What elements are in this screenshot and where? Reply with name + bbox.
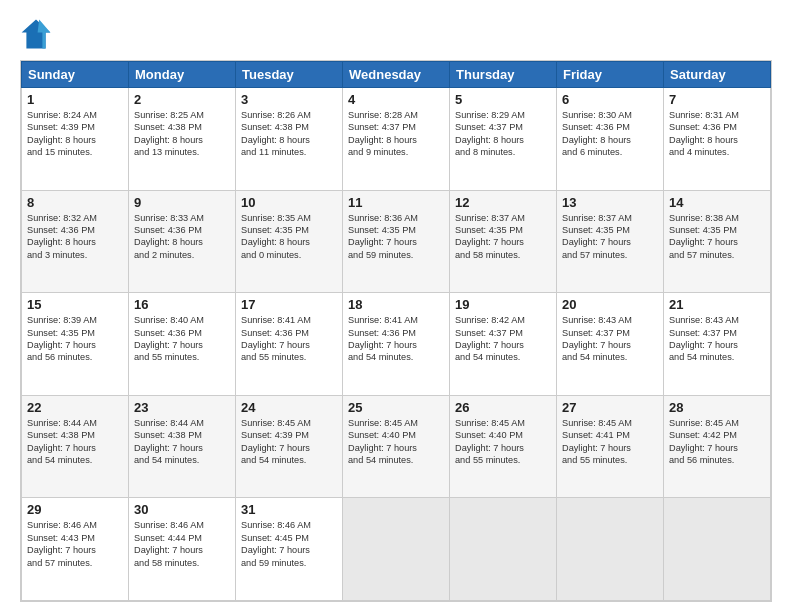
- dow-header-friday: Friday: [557, 62, 664, 88]
- calendar-cell: 9Sunrise: 8:33 AMSunset: 4:36 PMDaylight…: [129, 190, 236, 293]
- calendar-cell: 10Sunrise: 8:35 AMSunset: 4:35 PMDayligh…: [236, 190, 343, 293]
- day-info: Sunrise: 8:39 AMSunset: 4:35 PMDaylight:…: [27, 314, 123, 364]
- calendar-cell: 28Sunrise: 8:45 AMSunset: 4:42 PMDayligh…: [664, 395, 771, 498]
- day-number: 27: [562, 400, 658, 415]
- day-info: Sunrise: 8:36 AMSunset: 4:35 PMDaylight:…: [348, 212, 444, 262]
- day-number: 11: [348, 195, 444, 210]
- calendar-cell: 8Sunrise: 8:32 AMSunset: 4:36 PMDaylight…: [22, 190, 129, 293]
- day-number: 3: [241, 92, 337, 107]
- day-info: Sunrise: 8:46 AMSunset: 4:45 PMDaylight:…: [241, 519, 337, 569]
- day-info: Sunrise: 8:46 AMSunset: 4:44 PMDaylight:…: [134, 519, 230, 569]
- calendar-cell: 16Sunrise: 8:40 AMSunset: 4:36 PMDayligh…: [129, 293, 236, 396]
- day-info: Sunrise: 8:37 AMSunset: 4:35 PMDaylight:…: [455, 212, 551, 262]
- calendar-cell: [450, 498, 557, 601]
- header: [20, 18, 772, 50]
- calendar-cell: 17Sunrise: 8:41 AMSunset: 4:36 PMDayligh…: [236, 293, 343, 396]
- dow-header-tuesday: Tuesday: [236, 62, 343, 88]
- day-number: 22: [27, 400, 123, 415]
- day-number: 16: [134, 297, 230, 312]
- day-number: 14: [669, 195, 765, 210]
- day-info: Sunrise: 8:43 AMSunset: 4:37 PMDaylight:…: [562, 314, 658, 364]
- day-info: Sunrise: 8:38 AMSunset: 4:35 PMDaylight:…: [669, 212, 765, 262]
- calendar-cell: 18Sunrise: 8:41 AMSunset: 4:36 PMDayligh…: [343, 293, 450, 396]
- day-info: Sunrise: 8:32 AMSunset: 4:36 PMDaylight:…: [27, 212, 123, 262]
- day-number: 15: [27, 297, 123, 312]
- dow-header-monday: Monday: [129, 62, 236, 88]
- day-number: 23: [134, 400, 230, 415]
- day-number: 4: [348, 92, 444, 107]
- calendar-cell: [557, 498, 664, 601]
- calendar-body: 1Sunrise: 8:24 AMSunset: 4:39 PMDaylight…: [22, 88, 771, 601]
- day-info: Sunrise: 8:31 AMSunset: 4:36 PMDaylight:…: [669, 109, 765, 159]
- calendar-cell: 21Sunrise: 8:43 AMSunset: 4:37 PMDayligh…: [664, 293, 771, 396]
- day-info: Sunrise: 8:45 AMSunset: 4:40 PMDaylight:…: [455, 417, 551, 467]
- day-info: Sunrise: 8:44 AMSunset: 4:38 PMDaylight:…: [27, 417, 123, 467]
- calendar-cell: 15Sunrise: 8:39 AMSunset: 4:35 PMDayligh…: [22, 293, 129, 396]
- calendar: SundayMondayTuesdayWednesdayThursdayFrid…: [20, 60, 772, 602]
- day-number: 19: [455, 297, 551, 312]
- calendar-cell: 24Sunrise: 8:45 AMSunset: 4:39 PMDayligh…: [236, 395, 343, 498]
- day-info: Sunrise: 8:46 AMSunset: 4:43 PMDaylight:…: [27, 519, 123, 569]
- day-info: Sunrise: 8:45 AMSunset: 4:41 PMDaylight:…: [562, 417, 658, 467]
- week-row-3: 15Sunrise: 8:39 AMSunset: 4:35 PMDayligh…: [22, 293, 771, 396]
- day-number: 20: [562, 297, 658, 312]
- day-info: Sunrise: 8:30 AMSunset: 4:36 PMDaylight:…: [562, 109, 658, 159]
- calendar-cell: 6Sunrise: 8:30 AMSunset: 4:36 PMDaylight…: [557, 88, 664, 191]
- week-row-5: 29Sunrise: 8:46 AMSunset: 4:43 PMDayligh…: [22, 498, 771, 601]
- week-row-4: 22Sunrise: 8:44 AMSunset: 4:38 PMDayligh…: [22, 395, 771, 498]
- calendar-cell: 3Sunrise: 8:26 AMSunset: 4:38 PMDaylight…: [236, 88, 343, 191]
- dow-header-thursday: Thursday: [450, 62, 557, 88]
- day-number: 6: [562, 92, 658, 107]
- calendar-cell: 30Sunrise: 8:46 AMSunset: 4:44 PMDayligh…: [129, 498, 236, 601]
- day-number: 8: [27, 195, 123, 210]
- day-number: 10: [241, 195, 337, 210]
- calendar-cell: 12Sunrise: 8:37 AMSunset: 4:35 PMDayligh…: [450, 190, 557, 293]
- day-number: 31: [241, 502, 337, 517]
- calendar-cell: 4Sunrise: 8:28 AMSunset: 4:37 PMDaylight…: [343, 88, 450, 191]
- calendar-cell: 23Sunrise: 8:44 AMSunset: 4:38 PMDayligh…: [129, 395, 236, 498]
- page: SundayMondayTuesdayWednesdayThursdayFrid…: [0, 0, 792, 612]
- calendar-cell: 22Sunrise: 8:44 AMSunset: 4:38 PMDayligh…: [22, 395, 129, 498]
- calendar-cell: 26Sunrise: 8:45 AMSunset: 4:40 PMDayligh…: [450, 395, 557, 498]
- day-number: 12: [455, 195, 551, 210]
- day-number: 13: [562, 195, 658, 210]
- day-info: Sunrise: 8:24 AMSunset: 4:39 PMDaylight:…: [27, 109, 123, 159]
- day-number: 17: [241, 297, 337, 312]
- calendar-cell: 13Sunrise: 8:37 AMSunset: 4:35 PMDayligh…: [557, 190, 664, 293]
- day-info: Sunrise: 8:45 AMSunset: 4:39 PMDaylight:…: [241, 417, 337, 467]
- day-number: 5: [455, 92, 551, 107]
- calendar-cell: 1Sunrise: 8:24 AMSunset: 4:39 PMDaylight…: [22, 88, 129, 191]
- day-info: Sunrise: 8:25 AMSunset: 4:38 PMDaylight:…: [134, 109, 230, 159]
- calendar-cell: 19Sunrise: 8:42 AMSunset: 4:37 PMDayligh…: [450, 293, 557, 396]
- day-number: 24: [241, 400, 337, 415]
- day-number: 28: [669, 400, 765, 415]
- dow-header-wednesday: Wednesday: [343, 62, 450, 88]
- calendar-cell: 25Sunrise: 8:45 AMSunset: 4:40 PMDayligh…: [343, 395, 450, 498]
- day-number: 9: [134, 195, 230, 210]
- calendar-cell: 20Sunrise: 8:43 AMSunset: 4:37 PMDayligh…: [557, 293, 664, 396]
- day-info: Sunrise: 8:26 AMSunset: 4:38 PMDaylight:…: [241, 109, 337, 159]
- day-number: 21: [669, 297, 765, 312]
- week-row-2: 8Sunrise: 8:32 AMSunset: 4:36 PMDaylight…: [22, 190, 771, 293]
- calendar-cell: 11Sunrise: 8:36 AMSunset: 4:35 PMDayligh…: [343, 190, 450, 293]
- day-number: 25: [348, 400, 444, 415]
- dow-header-sunday: Sunday: [22, 62, 129, 88]
- calendar-cell: 31Sunrise: 8:46 AMSunset: 4:45 PMDayligh…: [236, 498, 343, 601]
- day-number: 2: [134, 92, 230, 107]
- calendar-cell: 29Sunrise: 8:46 AMSunset: 4:43 PMDayligh…: [22, 498, 129, 601]
- calendar-cell: 14Sunrise: 8:38 AMSunset: 4:35 PMDayligh…: [664, 190, 771, 293]
- day-number: 7: [669, 92, 765, 107]
- day-info: Sunrise: 8:44 AMSunset: 4:38 PMDaylight:…: [134, 417, 230, 467]
- day-info: Sunrise: 8:40 AMSunset: 4:36 PMDaylight:…: [134, 314, 230, 364]
- dow-header-saturday: Saturday: [664, 62, 771, 88]
- day-info: Sunrise: 8:42 AMSunset: 4:37 PMDaylight:…: [455, 314, 551, 364]
- day-info: Sunrise: 8:35 AMSunset: 4:35 PMDaylight:…: [241, 212, 337, 262]
- logo-icon: [20, 18, 52, 50]
- svg-marker-0: [22, 20, 51, 49]
- day-info: Sunrise: 8:45 AMSunset: 4:42 PMDaylight:…: [669, 417, 765, 467]
- day-info: Sunrise: 8:29 AMSunset: 4:37 PMDaylight:…: [455, 109, 551, 159]
- day-info: Sunrise: 8:41 AMSunset: 4:36 PMDaylight:…: [348, 314, 444, 364]
- day-info: Sunrise: 8:45 AMSunset: 4:40 PMDaylight:…: [348, 417, 444, 467]
- calendar-cell: [664, 498, 771, 601]
- day-number: 26: [455, 400, 551, 415]
